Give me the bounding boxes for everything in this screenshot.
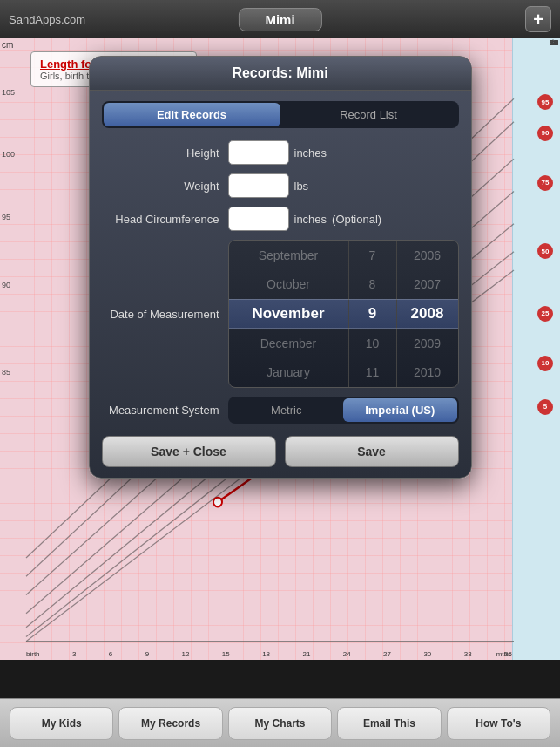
year-item-4[interactable]: 2010: [397, 357, 458, 387]
my-charts-tab[interactable]: My Charts: [228, 707, 332, 740]
metric-btn[interactable]: Metric: [230, 398, 344, 422]
head-input[interactable]: [228, 207, 289, 231]
weight-unit: lbs: [294, 180, 309, 193]
head-label: Head Circumference: [102, 213, 228, 226]
measure-system-label: Measurement System: [102, 404, 228, 417]
year-item-1[interactable]: 2007: [397, 270, 458, 300]
height-input[interactable]: [228, 140, 289, 165]
day-item-4[interactable]: 11: [349, 357, 396, 387]
month-item-2[interactable]: November: [229, 299, 348, 329]
month-item-3[interactable]: December: [229, 329, 348, 358]
email-this-tab[interactable]: Email This: [337, 707, 441, 740]
day-item-3[interactable]: 10: [349, 329, 396, 358]
bottom-tabs: My Kids My Records My Charts Email This …: [0, 698, 560, 747]
day-item-2[interactable]: 9: [349, 299, 396, 329]
height-row: Height inches: [102, 140, 459, 165]
measure-system-row: Measurement System Metric Imperial (US): [102, 397, 459, 424]
save-close-button[interactable]: Save + Close: [102, 436, 276, 467]
month-picker-col[interactable]: September October November December Janu…: [229, 241, 349, 387]
save-button[interactable]: Save: [285, 436, 459, 467]
weight-label: Weight: [102, 180, 228, 193]
add-button[interactable]: +: [525, 6, 551, 32]
weight-input[interactable]: [228, 173, 289, 198]
head-row: Head Circumference inches (Optional): [102, 207, 459, 231]
day-picker-col[interactable]: 7 8 9 10 11: [349, 241, 397, 387]
year-item-3[interactable]: 2009: [397, 329, 458, 358]
my-kids-tab[interactable]: My Kids: [10, 707, 113, 740]
day-item-0[interactable]: 7: [349, 241, 396, 270]
tab-switcher: Edit Records Record List: [102, 101, 459, 128]
year-item-2[interactable]: 2008: [397, 299, 458, 329]
imperial-btn[interactable]: Imperial (US): [343, 398, 457, 422]
modal-body: Edit Records Record List Height inches W…: [90, 91, 471, 478]
month-item-4[interactable]: January: [229, 357, 348, 387]
screen-title: Mimi: [238, 8, 321, 31]
month-item-0[interactable]: September: [229, 241, 348, 270]
date-picker[interactable]: September October November December Janu…: [228, 240, 459, 388]
top-bar: SandApps.com Mimi +: [0, 0, 560, 38]
tab-edit-records[interactable]: Edit Records: [104, 103, 280, 126]
modal-dialog: Records: Mimi Edit Records Record List H…: [89, 56, 472, 479]
action-row: Save + Close Save: [102, 436, 459, 467]
picker-columns: September October November December Janu…: [229, 241, 458, 387]
my-records-tab[interactable]: My Records: [118, 707, 222, 740]
head-optional: (Optional): [332, 213, 381, 226]
date-picker-row: Date of Measurement September October No…: [102, 240, 459, 388]
year-picker-col[interactable]: 2006 2007 2008 2009 2010: [397, 241, 458, 387]
modal-overlay: Records: Mimi Edit Records Record List H…: [0, 38, 560, 660]
modal-header: Records: Mimi: [90, 57, 471, 91]
how-tos-tab[interactable]: How To's: [447, 707, 550, 740]
height-unit: inches: [294, 146, 327, 160]
month-item-1[interactable]: October: [229, 270, 348, 300]
weight-row: Weight lbs: [102, 173, 459, 198]
measure-toggle: Metric Imperial (US): [228, 397, 459, 424]
day-item-1[interactable]: 8: [349, 270, 396, 300]
date-label: Date of Measurement: [102, 308, 228, 321]
modal-title: Records: Mimi: [232, 65, 327, 80]
head-unit: inches: [294, 213, 327, 226]
year-item-0[interactable]: 2006: [397, 241, 458, 270]
tab-record-list[interactable]: Record List: [280, 103, 457, 126]
app-brand: SandApps.com: [9, 13, 85, 26]
height-label: Height: [102, 146, 228, 160]
